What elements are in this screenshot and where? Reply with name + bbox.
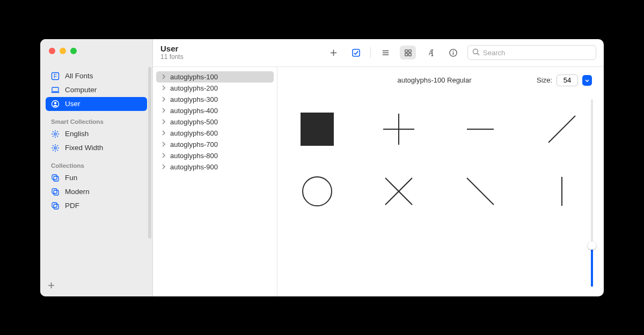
svg-line-21 [57,150,58,151]
svg-rect-28 [52,203,57,207]
sidebar-item-fixed-width[interactable]: Fixed Width [46,141,147,155]
slider-thumb[interactable] [588,241,596,250]
section-collections: Collections [46,155,147,171]
font-item[interactable]: autoglyphs-800 [156,150,274,161]
sidebar-item-user[interactable]: User [46,97,147,111]
font-item[interactable]: autoglyphs-700 [156,139,274,150]
font-item[interactable]: autoglyphs-200 [156,83,274,94]
title-block: User 11 fonts [160,44,184,61]
chevron-right-icon [162,96,167,102]
glyph-pipe [544,173,580,210]
glyph-minus [462,111,499,147]
svg-rect-29 [54,204,58,209]
search-icon [472,48,480,57]
font-item-label: autoglyphs-100 [170,73,218,81]
glyph-slash [544,111,580,147]
font-item[interactable]: autoglyphs-600 [156,128,274,139]
sidebar-item-english[interactable]: English [46,127,147,141]
glyph-grid [277,90,604,296]
sidebar-item-computer[interactable]: Computer [46,83,147,97]
svg-line-13 [53,136,54,137]
search-field[interactable]: Search [467,45,596,60]
minimize-window-button[interactable] [60,48,66,54]
view-sample-button[interactable]: A [422,46,438,59]
svg-rect-26 [52,189,57,193]
sidebar: F All Fonts Computer User Smart Collecti… [40,39,153,296]
view-grid-button[interactable] [400,46,416,59]
font-item-label: autoglyphs-900 [170,163,218,171]
add-collection-button[interactable] [40,276,152,296]
sidebar-item-label: User [65,100,80,108]
svg-line-50 [478,53,480,55]
section-smart-collections: Smart Collections [46,111,147,127]
fullscreen-window-button[interactable] [70,48,77,54]
sidebar-item-label: Fixed Width [65,144,103,152]
svg-rect-41 [408,53,411,56]
glyph-backslash [462,173,499,210]
font-item[interactable]: autoglyphs-400 [156,105,274,116]
sidebar-content: F All Fonts Computer User Smart Collecti… [40,65,152,276]
svg-point-5 [54,102,56,104]
sidebar-item-label: All Fonts [65,72,93,80]
chevron-right-icon [162,85,167,91]
preview-pane: autoglyphs-100 Regular Size: [277,67,604,296]
sidebar-item-label: PDF [65,202,79,210]
sidebar-scrollbar[interactable] [148,67,151,239]
svg-rect-2 [52,87,58,92]
svg-line-59 [467,178,494,205]
gear-icon [51,130,60,138]
enable-font-toggle[interactable] [348,46,364,59]
size-control: Size: [537,75,592,86]
sidebar-item-fun[interactable]: Fun [46,171,147,185]
svg-line-14 [57,131,58,132]
add-font-button[interactable] [325,46,341,59]
info-button[interactable] [445,46,461,59]
size-label: Size: [537,76,552,84]
chevron-right-icon [162,153,167,158]
content: autoglyphs-100autoglyphs-200autoglyphs-3… [153,67,604,296]
glyph-x [380,173,417,210]
font-item-label: autoglyphs-800 [170,152,218,160]
sidebar-item-pdf[interactable]: PDF [46,199,147,213]
svg-rect-25 [54,176,58,181]
svg-line-20 [53,145,54,146]
search-placeholder: Search [483,49,505,57]
view-list-button[interactable] [377,46,393,59]
svg-rect-51 [301,113,334,146]
font-item[interactable]: autoglyphs-500 [156,116,274,128]
svg-line-12 [57,136,58,137]
chevron-right-icon [162,119,167,124]
font-item[interactable]: autoglyphs-900 [156,161,274,173]
font-item-label: autoglyphs-600 [170,129,218,137]
sidebar-item-label: Modern [65,188,90,196]
collection-icon [51,188,60,196]
chevron-right-icon [162,142,167,147]
collection-icon [51,202,60,210]
chevron-right-icon [162,164,167,169]
size-slider[interactable] [591,99,593,287]
svg-rect-39 [408,49,411,52]
sidebar-item-modern[interactable]: Modern [46,185,147,199]
font-icon: F [51,72,60,80]
size-dropdown-button[interactable] [582,75,592,86]
window-controls [40,39,152,65]
svg-line-55 [548,116,575,143]
glyph-square [299,111,335,147]
close-window-button[interactable] [49,48,55,54]
size-input[interactable] [557,75,578,86]
svg-rect-24 [52,175,57,180]
collection-subtitle: 11 fonts [160,54,184,61]
chevron-right-icon [162,74,167,79]
sidebar-item-all-fonts[interactable]: F All Fonts [46,69,147,83]
svg-point-56 [303,177,332,206]
svg-rect-34 [352,49,359,56]
font-item[interactable]: autoglyphs-300 [156,94,274,105]
font-list[interactable]: autoglyphs-100autoglyphs-200autoglyphs-3… [153,67,277,296]
laptop-icon [51,86,60,94]
font-item[interactable]: autoglyphs-100 [156,71,274,83]
svg-text:F: F [54,73,57,79]
main-pane: User 11 fonts A [153,39,604,296]
collection-icon [51,174,60,182]
sidebar-item-label: English [65,130,89,138]
font-book-window: F All Fonts Computer User Smart Collecti… [40,39,604,296]
